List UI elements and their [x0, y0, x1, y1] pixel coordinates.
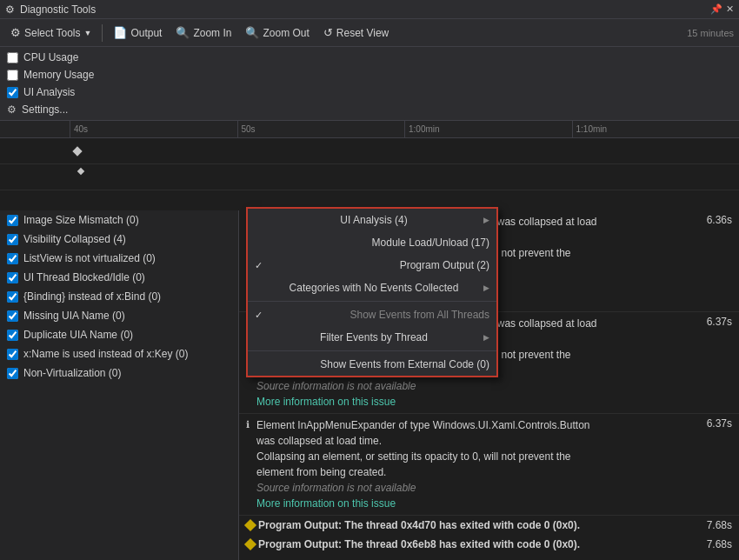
track-content-2: [70, 164, 739, 190]
track-content-1: [70, 138, 739, 163]
gear-icon: ⚙: [5, 3, 15, 16]
dropdown-ui-analysis[interactable]: UI Analysis (4): [248, 209, 496, 231]
sidebar-item-binding[interactable]: {Binding} instead of x:Bind (0): [0, 287, 238, 306]
dropdown-module-load[interactable]: Module Load/Unload (17): [248, 231, 496, 254]
xname-checkbox[interactable]: [7, 349, 18, 360]
event-time-2: 6.37s: [707, 316, 732, 328]
diamond-marker-1: [72, 146, 82, 156]
program-time-2: 7.68s: [707, 538, 732, 550]
duplicate-uia-checkbox[interactable]: [7, 330, 18, 341]
cpu-usage-checkbox[interactable]: [7, 52, 18, 63]
sidebar-item-non-virt[interactable]: Non-Virtualization (0): [0, 363, 238, 383]
dropdown-external-code[interactable]: Show Events from External Code (0): [248, 353, 496, 376]
memory-usage-label: Memory Usage: [23, 69, 94, 81]
close-icon[interactable]: ✕: [726, 3, 734, 15]
output-button[interactable]: 📄 Output: [108, 23, 167, 42]
module-load-label: Module Load/Unload (17): [372, 237, 489, 249]
timeline-header: 40s 50s 1:00min 1:10min: [0, 121, 739, 138]
settings-icon: ⚙: [10, 26, 21, 39]
all-threads-label: Show Events from All Threads: [350, 309, 489, 321]
missing-uia-checkbox[interactable]: [7, 310, 18, 322]
event-meta-1: 6.36s: [610, 214, 732, 226]
ui-analysis-item-label: UI Analysis (4): [340, 214, 407, 226]
sidebar-item-listview[interactable]: ListView is not virtualized (0): [0, 249, 238, 268]
checkbox-panel: CPU Usage Memory Usage UI Analysis ⚙ Set…: [0, 47, 739, 121]
program-time-1: 7.68s: [707, 519, 732, 531]
tick-1min: 1:00min: [404, 121, 572, 137]
event-meta-2: 6.37s: [610, 316, 732, 328]
more-info-link-2[interactable]: More information on this issue: [256, 396, 396, 408]
info-icon-3: ℹ: [246, 419, 250, 430]
reset-view-button[interactable]: ↺ Reset View: [318, 23, 394, 42]
zoom-out-button[interactable]: 🔍 Zoom Out: [240, 23, 314, 42]
select-tools-button[interactable]: ⚙ Select Tools ▼: [5, 23, 97, 42]
dropdown-sep-2: [248, 350, 496, 351]
tick-50s: 50s: [237, 121, 405, 137]
separator: [102, 24, 103, 42]
dropdown-menu: UI Analysis (4) Module Load/Unload (17) …: [246, 207, 498, 377]
dropdown-program-output[interactable]: Program Output (2): [248, 254, 496, 277]
ui-analysis-checkbox[interactable]: [7, 87, 18, 98]
non-virt-checkbox[interactable]: [7, 368, 18, 379]
ui-analysis-row: UI Analysis: [7, 83, 732, 101]
event-text-3: Element InAppMenuExpander of type Window…: [256, 417, 610, 511]
diamond-marker-2: [77, 168, 84, 175]
visibility-checkbox[interactable]: [7, 234, 18, 245]
program-output-row-2: Program Output: The thread 0x6eb8 has ex…: [239, 535, 739, 554]
settings-label: Settings...: [22, 103, 68, 116]
ui-analysis-label: UI Analysis: [23, 86, 75, 98]
chevron-down-icon: ▼: [83, 29, 91, 37]
more-info-link-3[interactable]: More information on this issue: [256, 497, 396, 510]
memory-usage-checkbox[interactable]: [7, 70, 18, 81]
ui-thread-checkbox[interactable]: [7, 272, 18, 283]
toolbar: ⚙ Select Tools ▼ 📄 Output 🔍 Zoom In 🔍 Zo…: [0, 19, 739, 47]
sidebar: Image Size Mismatch (0) Visibility Colla…: [0, 210, 239, 560]
zoom-out-icon: 🔍: [245, 26, 259, 39]
tick-110min: 1:10min: [572, 121, 740, 137]
source-text-3: Source information is not available: [256, 480, 610, 496]
reset-icon: ↺: [323, 26, 333, 39]
window-title: Diagnostic Tools: [20, 3, 96, 16]
event-meta-3: 6.37s: [610, 417, 732, 430]
sidebar-item-ui-thread[interactable]: UI Thread Blocked/Idle (0): [0, 268, 238, 287]
sidebar-item-visibility[interactable]: Visibility Collapsed (4): [0, 230, 238, 249]
dropdown-all-threads: Show Events from All Threads: [248, 303, 496, 326]
zoom-in-icon: 🔍: [176, 26, 190, 39]
sidebar-item-xname[interactable]: x:Name is used instead of x:Key (0): [0, 344, 238, 363]
event-time-3: 6.37s: [707, 417, 732, 430]
title-bar: ⚙ Diagnostic Tools 📌 ✕: [0, 0, 739, 19]
dropdown-filter-thread[interactable]: Filter Events by Thread: [248, 326, 496, 349]
memory-usage-row: Memory Usage: [7, 66, 732, 83]
categories-label: Categories with No Events Collected: [290, 282, 459, 294]
pin-icon[interactable]: 📌: [710, 3, 722, 15]
tick-40s: 40s: [70, 121, 237, 137]
source-text-2: Source information is not available: [256, 378, 610, 394]
binding-checkbox[interactable]: [7, 291, 18, 303]
listview-checkbox[interactable]: [7, 253, 18, 264]
sidebar-item-duplicate-uia[interactable]: Duplicate UIA Name (0): [0, 325, 238, 344]
program-output-label: Program Output (2): [400, 259, 489, 271]
settings-gear-icon: ⚙: [7, 103, 17, 116]
track-2: [0, 164, 739, 190]
program-output-text-2: Program Output: The thread 0x6eb8 has ex…: [258, 538, 580, 550]
diamond-icon-2: [244, 538, 256, 550]
cpu-usage-label: CPU Usage: [23, 51, 78, 63]
output-icon: 📄: [113, 26, 127, 39]
filter-thread-label: Filter Events by Thread: [320, 331, 428, 343]
zoom-in-button[interactable]: 🔍 Zoom In: [170, 23, 236, 42]
event-time-1: 6.36s: [707, 214, 732, 226]
image-size-checkbox[interactable]: [7, 215, 18, 226]
external-code-label: Show Events from External Code (0): [320, 358, 489, 370]
dropdown-sep-1: [248, 301, 496, 302]
settings-row[interactable]: ⚙ Settings...: [7, 101, 732, 118]
program-output-row-1: Program Output: The thread 0x4d70 has ex…: [239, 516, 739, 535]
sidebar-item-missing-uia[interactable]: Missing UIA Name (0): [0, 306, 238, 325]
track-1: [0, 138, 739, 164]
sidebar-item-image-size[interactable]: Image Size Mismatch (0): [0, 210, 238, 230]
cpu-usage-row: CPU Usage: [7, 49, 732, 66]
program-output-text-1: Program Output: The thread 0x4d70 has ex…: [258, 519, 580, 531]
diamond-icon-1: [244, 519, 256, 531]
dropdown-categories[interactable]: Categories with No Events Collected: [248, 277, 496, 299]
event-row-3: ℹ Element InAppMenuExpander of type Wind…: [239, 414, 739, 516]
duration-label: 15 minutes: [687, 28, 734, 38]
